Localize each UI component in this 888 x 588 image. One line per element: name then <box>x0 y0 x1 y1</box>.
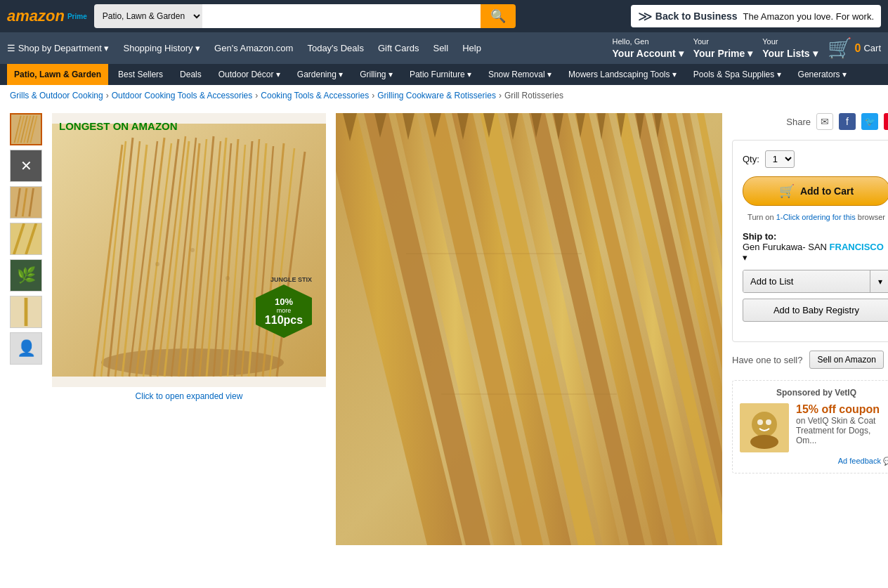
account-block[interactable]: Hello, Gen Your Account ▾ <box>613 37 684 59</box>
share-pinterest-icon[interactable]: P <box>884 113 888 130</box>
share-facebook-icon[interactable]: f <box>839 113 856 130</box>
help[interactable]: Help <box>462 43 481 53</box>
address-name: Gen Furukawa- <box>743 242 806 252</box>
breadcrumb-sep-4: › <box>499 91 502 100</box>
badge-pct: 10% <box>275 296 293 307</box>
address-state: FRANCISCO <box>830 242 884 252</box>
have-one-to-sell: Have one to sell? Sell on Amazon <box>732 351 888 369</box>
share-email-icon[interactable]: ✉ <box>816 113 833 130</box>
amazon-logo: amazon <box>7 7 65 25</box>
cat-patio-furniture[interactable]: Patio Furniture ▾ <box>403 64 478 85</box>
breadcrumb: Grills & Outdoor Cooking › Outdoor Cooki… <box>0 85 888 106</box>
main-image[interactable]: LONGEST ON AMAZON <box>52 113 326 387</box>
svg-point-86 <box>766 419 771 425</box>
add-to-list-button[interactable]: Add to List <box>743 270 870 292</box>
your-label: Your <box>693 37 753 46</box>
lists-block[interactable]: Your Your Lists ▾ <box>762 37 817 59</box>
back-to-business-banner[interactable]: ≫ Back to Business The Amazon you love. … <box>631 5 881 27</box>
thumb-4[interactable] <box>10 223 42 255</box>
category-nav-active[interactable]: Patio, Lawn & Garden <box>7 64 108 85</box>
share-label: Share <box>786 117 811 127</box>
share-row: Share ✉ f 🐦 P <box>732 113 888 130</box>
search-category-select[interactable]: Patio, Lawn & Garden <box>94 4 202 28</box>
thumb-7[interactable]: 👤 <box>10 332 42 365</box>
cat-outdoor-decor[interactable]: Outdoor Décor ▾ <box>211 64 287 85</box>
sell-on-amazon-button[interactable]: Sell on Amazon <box>809 351 883 369</box>
address-city: SAN <box>808 242 827 252</box>
svg-point-85 <box>757 419 763 425</box>
your-account: Your Account ▾ <box>613 47 684 60</box>
prime-nav: Your Prime ▾ <box>693 47 753 60</box>
cat-mowers-landscaping[interactable]: Mowers Landscaping Tools ▾ <box>561 64 684 85</box>
todays-deals[interactable]: Today's Deals <box>307 43 364 53</box>
qty-select[interactable]: 1 <box>765 150 795 168</box>
cat-gardening[interactable]: Gardening ▾ <box>290 64 350 85</box>
cat-generators[interactable]: Generators ▾ <box>791 64 854 85</box>
add-to-list-row: Add to List ▾ <box>743 270 888 293</box>
sponsored-content: 15% off coupon on VetIQ Skin & Coat Trea… <box>740 403 888 452</box>
ad-feedback[interactable]: Ad feedback 💬 <box>740 457 888 466</box>
prime-block[interactable]: Your Your Prime ▾ <box>693 37 753 59</box>
cat-deals[interactable]: Deals <box>173 64 209 85</box>
hello-gen: Hello, Gen <box>613 37 684 46</box>
btb-tagline: The Amazon you love. For work. <box>743 11 874 22</box>
cart-count: 0 <box>855 42 861 55</box>
add-to-registry-button[interactable]: Add to Baby Registry <box>743 299 888 322</box>
your-lists-label: Your <box>762 37 817 46</box>
svg-point-45 <box>155 262 159 266</box>
gift-cards[interactable]: Gift Cards <box>378 43 419 53</box>
breadcrumb-sep-1: › <box>106 91 109 100</box>
jungle-badge: 10% more 110pcs <box>256 285 312 338</box>
logo-area[interactable]: amazon Prime <box>7 7 87 25</box>
category-nav: Patio, Lawn & Garden Best Sellers Deals … <box>0 64 888 85</box>
breadcrumb-link-4[interactable]: Grilling Cookware & Rotisseries <box>377 91 496 100</box>
sponsored-coupon: 15% off coupon <box>796 403 888 416</box>
search-bar: Patio, Lawn & Garden 🔍 <box>94 4 516 28</box>
have-one-label: Have one to sell? <box>732 355 802 365</box>
breadcrumb-link-2[interactable]: Outdoor Cooking Tools & Accessories <box>112 91 253 100</box>
search-button[interactable]: 🔍 <box>481 4 516 28</box>
address-dropdown: ▾ <box>743 252 747 263</box>
breadcrumb-sep-3: › <box>372 91 374 100</box>
sponsored-text: 15% off coupon on VetIQ Skin & Coat Trea… <box>796 403 888 452</box>
shopping-history[interactable]: Shopping History ▾ <box>123 43 200 53</box>
zoomed-image <box>336 113 722 545</box>
cat-pools-spa[interactable]: Pools & Spa Supplies ▾ <box>686 64 788 85</box>
cat-grilling[interactable]: Grilling ▾ <box>353 64 400 85</box>
sponsored-box: Sponsored by VetIQ 15% off coupon on Vet… <box>732 380 888 473</box>
shop-by-department[interactable]: ☰ Shop by Department ▾ <box>7 43 109 53</box>
one-click-link[interactable]: 1-Click ordering for this <box>776 213 856 221</box>
cat-best-sellers[interactable]: Best Sellers <box>111 64 170 85</box>
sponsored-image[interactable] <box>740 403 789 452</box>
cat-snow-removal[interactable]: Snow Removal ▾ <box>481 64 559 85</box>
add-to-list-split-button[interactable]: ▾ <box>870 270 888 292</box>
cart-block[interactable]: 🛒 0 Cart <box>828 37 881 60</box>
thumb-3[interactable] <box>10 186 42 218</box>
product-image-area: LONGEST ON AMAZON <box>52 113 326 545</box>
sell[interactable]: Sell <box>433 43 448 53</box>
search-input[interactable] <box>202 4 481 28</box>
share-twitter-icon[interactable]: 🐦 <box>861 113 878 130</box>
svg-point-46 <box>190 248 195 252</box>
ship-address[interactable]: Gen Furukawa- SAN FRANCISCO ▾ <box>743 242 888 263</box>
ship-to-label: Ship to: <box>743 231 776 242</box>
qty-label: Qty: <box>743 154 759 164</box>
thumb-5[interactable]: 🌿 <box>10 259 42 292</box>
breadcrumb-link-1[interactable]: Grills & Outdoor Cooking <box>10 91 103 100</box>
add-to-cart-button[interactable]: 🛒 Add to Cart <box>743 176 888 206</box>
breadcrumb-link-3[interactable]: Cooking Tools & Accessories <box>261 91 369 100</box>
thumb-1[interactable] <box>10 113 42 145</box>
right-panel: Share ✉ f 🐦 P Qty: 1 🛒 Add to Cart Turn … <box>732 113 888 545</box>
thumb-2[interactable]: ✕ <box>10 150 42 182</box>
gens-amazon[interactable]: Gen's Amazon.com <box>214 43 293 53</box>
badge-count: 110pcs <box>265 314 303 327</box>
cart-icon: 🛒 <box>779 183 795 199</box>
click-expand[interactable]: Click to open expanded view <box>52 387 326 405</box>
sponsored-desc: on VetIQ Skin & Coat Treatment for Dogs,… <box>796 416 888 445</box>
thumb-6[interactable] <box>10 296 42 328</box>
top-banner: amazon Prime Patio, Lawn & Garden 🔍 ≫ Ba… <box>0 0 888 32</box>
breadcrumb-sep-2: › <box>255 91 258 100</box>
one-click-text: Turn on 1-Click ordering for this browse… <box>743 213 888 221</box>
thumbnails: ✕ 🌿 👤 <box>10 113 42 545</box>
nav-right: Hello, Gen Your Account ▾ Your Your Prim… <box>613 37 881 60</box>
